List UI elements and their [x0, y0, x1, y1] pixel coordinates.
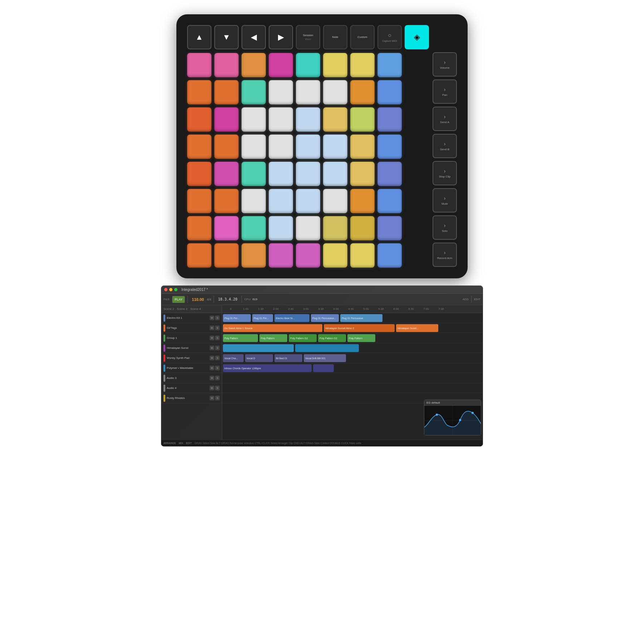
- pad-r2-c7[interactable]: [377, 107, 402, 132]
- track-solo-8[interactable]: S: [215, 396, 220, 400]
- pad-r4-c1[interactable]: [214, 162, 239, 186]
- clip-20[interactable]: [313, 364, 334, 372]
- pad-r7-c6[interactable]: [350, 243, 375, 268]
- right-btn-send-a[interactable]: › Send A: [433, 107, 457, 131]
- minimize-dot[interactable]: [169, 288, 172, 291]
- track-mute-0[interactable]: M: [210, 316, 214, 320]
- pad-r3-c3[interactable]: [269, 135, 293, 159]
- right-btn-volume[interactable]: › Volume: [433, 52, 457, 77]
- clip-2[interactable]: Electro Beat St...: [274, 314, 309, 322]
- pad-r6-c6[interactable]: [350, 216, 375, 240]
- clip-12[interactable]: Poly Pattern: [347, 334, 375, 342]
- track-solo-6[interactable]: S: [215, 376, 220, 380]
- clip-18[interactable]: Vocal Drift Bill 001: [304, 354, 346, 362]
- pad-r0-c3[interactable]: [269, 53, 293, 77]
- clip-1[interactable]: Plug 01 Per...: [252, 314, 273, 322]
- nav-up-button[interactable]: ▲: [187, 25, 211, 49]
- clip-5[interactable]: Go Sweet Atmo 1 Source: [223, 324, 322, 332]
- pad-r7-c2[interactable]: [241, 243, 266, 268]
- pad-r1-c5[interactable]: [323, 80, 347, 104]
- clip-11[interactable]: Poly Pattern G2: [318, 334, 346, 342]
- mode-custom-button[interactable]: Custom: [350, 25, 375, 49]
- pad-r3-c6[interactable]: [350, 135, 375, 159]
- pad-r4-c5[interactable]: [323, 162, 347, 186]
- pad-r0-c4[interactable]: [296, 53, 320, 77]
- pad-r4-c4[interactable]: [296, 162, 320, 186]
- pad-r5-c2[interactable]: [241, 189, 266, 213]
- pad-r3-c5[interactable]: [323, 135, 347, 159]
- track-item-7[interactable]: Audio 4 M S: [161, 383, 222, 393]
- pad-r0-c2[interactable]: [241, 53, 266, 77]
- right-btn-pan[interactable]: › Pan: [433, 79, 457, 104]
- pad-r6-c7[interactable]: [377, 216, 402, 240]
- pad-r7-c3[interactable]: [269, 243, 293, 268]
- track-mute-2[interactable]: M: [210, 336, 214, 340]
- clip-7[interactable]: Himalayan Suset...: [396, 324, 438, 332]
- pad-r7-c5[interactable]: [323, 243, 347, 268]
- clip-15[interactable]: Vocal Cha...: [223, 354, 244, 362]
- pad-r4-c7[interactable]: [377, 162, 402, 186]
- track-mute-7[interactable]: M: [210, 386, 214, 390]
- track-mute-4[interactable]: M: [210, 356, 214, 360]
- pad-r3-c1[interactable]: [214, 135, 239, 159]
- pad-r6-c1[interactable]: [214, 216, 239, 240]
- pad-r0-c0[interactable]: [187, 53, 211, 77]
- pad-r2-c2[interactable]: [241, 107, 266, 132]
- clip-16[interactable]: Vocal D: [245, 354, 273, 362]
- clip-8[interactable]: Poly Pattern: [223, 334, 258, 342]
- pad-r2-c5[interactable]: [323, 107, 347, 132]
- track-item-8[interactable]: Rusty Rhodes M S: [161, 393, 222, 403]
- track-item-6[interactable]: Audio 3 M S: [161, 373, 222, 383]
- clip-4[interactable]: Plug 01 Percussive: [340, 314, 382, 322]
- track-mute-5[interactable]: M: [210, 366, 214, 370]
- maximize-dot[interactable]: [174, 288, 177, 291]
- track-solo-7[interactable]: S: [215, 386, 220, 390]
- pad-r7-c1[interactable]: [214, 243, 239, 268]
- nav-left-button[interactable]: ◀: [241, 25, 266, 49]
- pad-r1-c2[interactable]: [241, 80, 266, 104]
- close-dot[interactable]: [164, 288, 167, 291]
- pad-r4-c2[interactable]: [241, 162, 266, 186]
- pad-r2-c1[interactable]: [214, 107, 239, 132]
- pad-r4-c0[interactable]: [187, 162, 211, 186]
- pad-r5-c0[interactable]: [187, 189, 211, 213]
- track-mute-3[interactable]: M: [210, 346, 214, 350]
- right-btn-record-arm[interactable]: › Record Arm: [433, 243, 457, 267]
- mode-logo-button[interactable]: ◈: [405, 25, 429, 49]
- pad-r1-c6[interactable]: [350, 80, 375, 104]
- right-btn-send-b[interactable]: › Send B: [433, 134, 457, 158]
- play-button[interactable]: PLAY: [172, 296, 185, 303]
- pad-r6-c2[interactable]: [241, 216, 266, 240]
- pad-r2-c6[interactable]: [350, 107, 375, 132]
- clip-3[interactable]: Plug 01 Percussion...: [311, 314, 339, 322]
- pad-r2-c3[interactable]: [269, 107, 293, 132]
- clip-19[interactable]: Inhoux Chords Operator 124bpm: [223, 364, 312, 372]
- pad-r3-c0[interactable]: [187, 135, 211, 159]
- pad-r5-c7[interactable]: [377, 189, 402, 213]
- track-mute-6[interactable]: M: [210, 376, 214, 380]
- pad-r3-c2[interactable]: [241, 135, 266, 159]
- pad-r2-c0[interactable]: [187, 107, 211, 132]
- clip-13[interactable]: [223, 344, 294, 352]
- pad-r5-c1[interactable]: [214, 189, 239, 213]
- clip-6[interactable]: Himalayan Sunset Atmo 2: [324, 324, 395, 332]
- track-mute-1[interactable]: M: [210, 326, 214, 330]
- pad-r3-c7[interactable]: [377, 135, 402, 159]
- clip-9[interactable]: Poly Pattern: [259, 334, 287, 342]
- pad-r6-c4[interactable]: [296, 216, 320, 240]
- pad-r2-c4[interactable]: [296, 107, 320, 132]
- pad-r3-c4[interactable]: [296, 135, 320, 159]
- pad-r0-c5[interactable]: [323, 53, 347, 77]
- clip-10[interactable]: Poly Pattern G2: [289, 334, 317, 342]
- track-item-5[interactable]: Polymer • Wavetable M S: [161, 363, 222, 373]
- track-solo-5[interactable]: S: [215, 366, 220, 370]
- right-btn-solo[interactable]: › Solo: [433, 215, 457, 240]
- track-solo-2[interactable]: S: [215, 336, 220, 340]
- clip-0[interactable]: Plug 01 Per...: [223, 314, 251, 322]
- mode-session-button[interactable]: Session Mixer: [296, 25, 320, 49]
- track-item-3[interactable]: Himalayan Sunst M S: [161, 343, 222, 353]
- nav-right-button[interactable]: ▶: [269, 25, 293, 49]
- pad-r1-c7[interactable]: [377, 80, 402, 104]
- pad-r1-c0[interactable]: [187, 80, 211, 104]
- track-item-4[interactable]: Wonky Synth Pad M S: [161, 353, 222, 363]
